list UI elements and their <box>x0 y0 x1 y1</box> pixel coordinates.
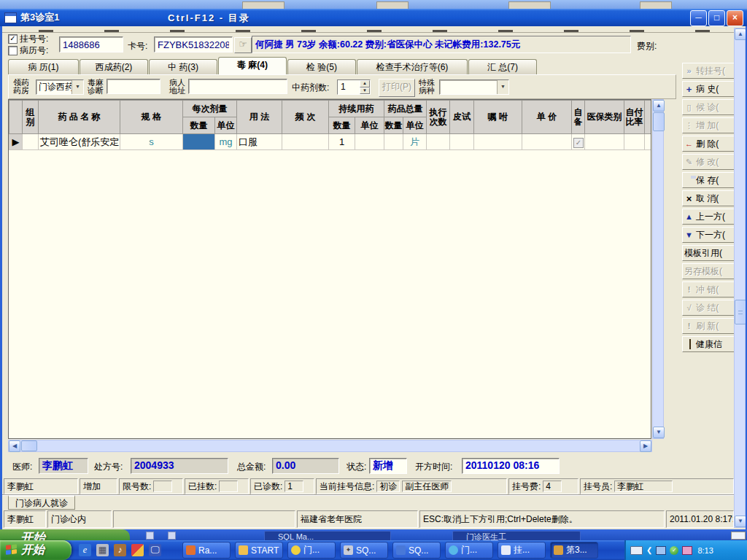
cell-self-pay-ratio[interactable] <box>624 134 645 150</box>
grid-vscroll-thumb[interactable] <box>653 112 665 131</box>
taskbar-button-clinic1[interactable]: 门... <box>287 542 336 559</box>
cell-insurance-type[interactable] <box>585 134 624 150</box>
maximize-button[interactable]: □ <box>708 10 725 26</box>
add-row-button[interactable]: ⋮ 增 加( <box>682 117 736 133</box>
minimize-button[interactable]: ─ <box>690 10 707 26</box>
reverse-charge-button[interactable]: ! 冲 销( <box>682 281 736 298</box>
start-button[interactable]: 开始 <box>0 540 71 560</box>
cell-partial[interactable] <box>645 134 651 150</box>
cell-cont-qty[interactable]: 1 <box>329 134 355 150</box>
tab-outpatient-visit[interactable]: 门诊病人就诊 <box>8 495 75 510</box>
medical-history-button[interactable]: + 病 史( <box>682 81 736 97</box>
narcotic-diagnosis-input[interactable] <box>107 79 160 94</box>
taskbar-button-start-folder[interactable]: START <box>235 542 283 559</box>
chevron-left-icon[interactable]: ❮ <box>646 546 652 554</box>
window-vscroll-thumb[interactable] <box>735 300 746 324</box>
pharmacy-select[interactable]: 门诊西药 ▼ <box>36 79 84 95</box>
grid-hscrollbar[interactable]: ◀ ▶ <box>8 440 652 452</box>
quicklaunch-msn-icon[interactable] <box>131 544 144 556</box>
spin-up-icon[interactable]: ▲ <box>360 80 370 88</box>
cell-self-provided[interactable]: ✓ <box>572 134 585 150</box>
scroll-down-icon[interactable]: ▼ <box>735 516 746 527</box>
chevron-down-icon[interactable]: ▼ <box>497 80 508 94</box>
save-button[interactable]: 保 存( <box>682 172 736 188</box>
taskbar-button-clinic2[interactable]: 门... <box>445 542 493 559</box>
case-no-checkbox[interactable] <box>8 46 18 55</box>
tab-case-history[interactable]: 病 历(1) <box>8 59 79 74</box>
quicklaunch-ie-icon[interactable]: e <box>79 544 91 556</box>
table-row[interactable]: ▶ 艾司唑仑(舒乐安定 s mg 口服 1 片 <box>9 134 651 150</box>
network-icon[interactable] <box>656 546 666 555</box>
quicklaunch-display-icon[interactable]: 🖵 <box>149 544 161 556</box>
cell-total-unit[interactable]: 片 <box>403 134 427 150</box>
print-button[interactable]: 打印(P) <box>379 79 415 97</box>
health-info-button[interactable]: 健康信 <box>682 336 736 352</box>
taskbar-clock[interactable]: 8:13 <box>697 546 713 555</box>
tray-app-icon[interactable] <box>682 546 692 555</box>
prev-prescription-button[interactable]: ▲ 上一方( <box>682 209 736 225</box>
quicklaunch-media-icon[interactable]: ♪ <box>114 544 126 556</box>
close-button[interactable]: × <box>727 10 743 26</box>
patient-address-input[interactable] <box>188 79 287 94</box>
cancel-button[interactable]: × 取 消( <box>682 190 736 206</box>
tab-exam-surgery[interactable]: 检查手术治疗等(6) <box>357 59 468 74</box>
stamp-icon[interactable]: ☞ <box>234 37 252 53</box>
window-vscrollbar[interactable]: ▲ ▼ <box>734 28 746 528</box>
special-disease-select[interactable]: ▼ <box>439 79 509 95</box>
taskbar-button-sql2[interactable]: SQ... <box>392 542 441 559</box>
quicklaunch-window-icon[interactable]: ▦ <box>96 544 109 556</box>
cell-dose-qty-selected[interactable] <box>183 134 215 150</box>
cell-exec-times[interactable] <box>427 134 450 150</box>
waiting-list-button[interactable]: ▯ 候 诊( <box>682 99 736 115</box>
cell-dose-unit[interactable]: mg <box>215 134 237 150</box>
cell-group[interactable] <box>23 134 39 150</box>
chevron-down-icon[interactable]: ▼ <box>71 80 83 94</box>
cell-total-qty[interactable] <box>384 134 403 150</box>
tab-summary[interactable]: 汇 总(7) <box>468 59 537 74</box>
spin-down-icon[interactable]: ▼ <box>360 88 370 95</box>
self-provided-checkbox[interactable]: ✓ <box>573 138 584 148</box>
scroll-left-icon[interactable]: ◀ <box>9 440 20 452</box>
refresh-button[interactable]: ! 刷 新( <box>682 318 736 334</box>
taskbar-button-room3[interactable]: 第3... <box>550 542 598 559</box>
modify-button[interactable]: ✎ 修 改( <box>682 154 736 170</box>
delete-row-button[interactable]: ← 删 除( <box>682 136 736 152</box>
keyboard-icon[interactable] <box>630 546 643 555</box>
cell-unit-price[interactable] <box>522 134 572 150</box>
scroll-up-icon[interactable]: ▲ <box>653 100 665 112</box>
next-prescription-button[interactable]: ▼ 下一方( <box>682 227 736 243</box>
finish-visit-button[interactable]: √ 诊 结( <box>682 300 736 316</box>
tab-western-medicine[interactable]: 西成药(2) <box>80 59 148 74</box>
page-icon <box>501 545 511 555</box>
col-header-usage: 用 法 <box>237 101 282 134</box>
scroll-right-icon[interactable]: ▶ <box>640 440 651 452</box>
cell-spec[interactable]: s <box>120 134 183 150</box>
tab-narcotics[interactable]: 毒 麻(4) <box>218 57 287 74</box>
taskbar-button-ra[interactable]: Ra... <box>182 542 231 559</box>
grid-hscroll-thumb[interactable] <box>21 440 37 451</box>
main-window: 第3诊室1 Ctrl-F12 - 目录 ─ □ × ✓ 挂号号: <box>0 9 747 529</box>
cell-advice[interactable] <box>474 134 522 150</box>
tab-chinese-medicine[interactable]: 中 药(3) <box>149 59 217 74</box>
cell-drug-name[interactable]: 艾司唑仑(舒乐安定 <box>39 134 120 150</box>
grid-vscrollbar[interactable]: ▲ ▼ <box>652 99 664 439</box>
titlebar[interactable]: 第3诊室1 Ctrl-F12 - 目录 ─ □ × <box>0 9 747 26</box>
taskbar-button-sql1[interactable]: ✦ SQ... <box>340 542 388 559</box>
card-no-input[interactable] <box>154 36 233 52</box>
cell-cont-unit[interactable] <box>355 134 384 150</box>
save-as-template-button[interactable]: 另存模板( <box>682 263 736 279</box>
cell-usage[interactable]: 口服 <box>237 134 282 150</box>
transfer-reg-button[interactable]: » 转挂号( <box>682 63 736 79</box>
row-indicator-icon: ▶ <box>9 134 23 150</box>
cell-skin-test[interactable] <box>450 134 474 150</box>
reg-no-checkbox[interactable]: ✓ <box>8 34 18 44</box>
taskbar-button-register[interactable]: 挂... <box>498 542 546 559</box>
scroll-down-icon[interactable]: ▼ <box>653 427 665 438</box>
scroll-up-icon[interactable]: ▲ <box>735 28 746 40</box>
cell-frequency[interactable] <box>282 134 329 150</box>
herb-dose-stepper[interactable]: 1 ▲▼ <box>337 79 371 95</box>
reg-no-input[interactable] <box>59 36 123 52</box>
shield-icon[interactable]: ✓ <box>670 546 678 555</box>
template-reference-button[interactable]: 模板引用( <box>682 245 736 261</box>
tab-lab-test[interactable]: 检 验(5) <box>287 59 356 74</box>
